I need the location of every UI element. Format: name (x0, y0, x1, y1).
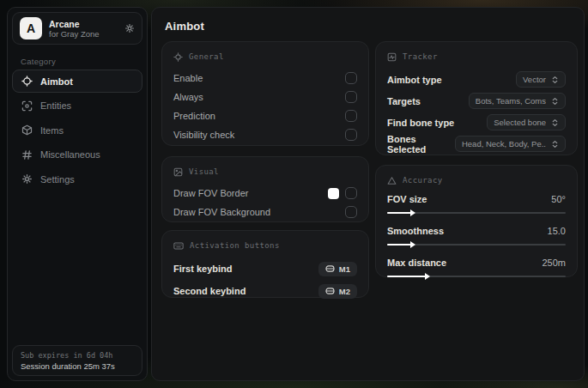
section-title: Tracker (403, 52, 438, 61)
section-title: Accuracy (403, 176, 443, 185)
smoothness-slider[interactable] (387, 241, 566, 248)
draw-fov-border-checkbox[interactable] (345, 187, 357, 199)
activation-buttons-card: Activation buttons First keybind M1 Seco… (161, 230, 369, 298)
sidebar-item-items[interactable]: Items (12, 118, 142, 142)
setting-label: Visibility check (173, 130, 234, 140)
app-header: A Arcane for Gray Zone (12, 12, 142, 45)
max-distance-slider[interactable] (387, 273, 566, 280)
sidebar-item-miscellaneous[interactable]: Miscellaneous (12, 143, 142, 167)
setting-label: Enable (173, 73, 203, 83)
accuracy-card: Accuracy FOV size 50° Smoothness 15.0 (375, 165, 578, 277)
targets-select[interactable]: Bots, Teams, Coms (469, 93, 566, 109)
general-card: General Enable Always Prediction Visibil… (161, 41, 369, 146)
sidebar-item-label: Aimbot (40, 76, 73, 87)
setting-row-always: Always (173, 88, 357, 106)
aimbot-type-select[interactable]: Vector (516, 71, 566, 88)
setting-label: Always (173, 92, 203, 102)
always-checkbox[interactable] (345, 91, 357, 103)
slider-thumb[interactable] (410, 241, 415, 248)
tracker-card: Tracker Aimbot type Vector Targets Bots,… (375, 41, 578, 155)
sidebar-item-label: Miscellaneous (40, 149, 100, 160)
slider-thumb[interactable] (410, 209, 415, 216)
setting-row-find-bone-type: Find bone type Selected bone (387, 112, 566, 133)
setting-label: Targets (387, 96, 421, 106)
app-name: Arcane (49, 19, 118, 29)
cube-icon (21, 124, 33, 136)
chevrons-up-down-icon (551, 97, 559, 106)
setting-row-enable: Enable (173, 69, 357, 88)
section-title: Visual (189, 167, 219, 176)
accuracy-header: Accuracy (387, 174, 566, 186)
visual-header: Visual (173, 166, 357, 178)
sub-expires-text: Sub expires in 6d 04h (21, 350, 134, 361)
app-titles: Arcane for Gray Zone (49, 19, 118, 39)
chevrons-up-down-icon (551, 76, 559, 84)
setting-label: Second keybind (173, 286, 246, 296)
color-swatch[interactable] (328, 188, 339, 199)
setting-label: First keybind (173, 264, 232, 274)
setting-row-targets: Targets Bots, Teams, Coms (387, 90, 566, 112)
setting-label: Smoothness (387, 226, 444, 236)
visual-card: Visual Draw FOV Border Draw FOV Backgrou… (161, 156, 369, 222)
setting-row-prediction: Prediction (173, 106, 357, 125)
general-header: General (173, 51, 357, 63)
sidebar-item-entities[interactable]: Entities (12, 94, 142, 118)
sidebar-item-label: Settings (40, 174, 75, 185)
setting-row-first-keybind: First keybind M1 (173, 258, 357, 280)
hash-icon (21, 149, 33, 161)
app-logo: A (20, 17, 42, 39)
setting-label: Bones Selected (387, 134, 455, 155)
enable-checkbox[interactable] (345, 72, 357, 84)
setting-label: Prediction (173, 111, 215, 121)
setting-row-bones-selected: Bones Selected Head, Neck, Body, Pe.. (387, 133, 566, 155)
first-keybind-button[interactable]: M1 (318, 262, 357, 276)
setting-label: Find bone type (387, 118, 454, 128)
section-title: General (189, 52, 224, 61)
setting-row-visibility-check: Visibility check (173, 125, 357, 144)
visibility-check-checkbox[interactable] (345, 129, 357, 141)
app-logo-letter: A (27, 21, 35, 35)
select-value: Selected bone (494, 118, 546, 127)
setting-value: 250m (542, 258, 566, 268)
session-duration-text: Session duration 25m 37s (21, 361, 134, 372)
sidebar-item-aimbot[interactable]: Aimbot (12, 70, 142, 93)
page-title: Aimbot (165, 20, 204, 33)
slider-thumb[interactable] (425, 273, 430, 280)
select-value: Head, Neck, Body, Pe.. (462, 139, 546, 149)
setting-label: Draw FOV Background (173, 207, 270, 217)
section-title: Activation buttons (190, 241, 280, 250)
setting-label: Aimbot type (387, 75, 442, 85)
sidebar-nav: Aimbot Entities (12, 70, 142, 192)
setting-row-draw-fov-border: Draw FOV Border (173, 184, 357, 203)
sidebar-item-settings[interactable]: Settings (12, 167, 142, 191)
setting-row-fov-size: FOV size 50° (387, 192, 566, 216)
gear-icon[interactable] (124, 23, 135, 33)
app-subtitle: for Gray Zone (49, 29, 118, 39)
sidebar-item-label: Items (40, 125, 64, 136)
find-bone-type-select[interactable]: Selected bone (487, 114, 566, 130)
keybind-value: M2 (339, 287, 350, 296)
setting-value: 50° (551, 194, 566, 204)
chevrons-up-down-icon (551, 140, 559, 149)
second-keybind-button[interactable]: M2 (318, 284, 357, 299)
scan-eye-icon (21, 100, 33, 112)
setting-row-draw-fov-background: Draw FOV Background (173, 203, 357, 221)
triangle-icon (387, 176, 397, 185)
gear-icon (21, 173, 33, 185)
mouse-icon (325, 288, 335, 294)
sidebar-item-label: Entities (40, 100, 71, 111)
draw-fov-background-checkbox[interactable] (345, 206, 357, 218)
keyboard-icon (173, 241, 184, 251)
main-panel: Aimbot General Enable Always (151, 7, 585, 381)
mouse-icon (325, 265, 335, 272)
sidebar: A Arcane for Gray Zone Category (7, 7, 148, 381)
subscription-info: Sub expires in 6d 04h Session duration 2… (12, 345, 142, 376)
tracker-icon (387, 52, 397, 62)
setting-value: 15.0 (548, 226, 566, 236)
setting-row-aimbot-type: Aimbot type Vector (387, 69, 566, 90)
crosshair-icon (173, 52, 183, 62)
bones-selected-select[interactable]: Head, Neck, Body, Pe.. (455, 136, 566, 152)
prediction-checkbox[interactable] (345, 110, 357, 122)
fov-size-slider[interactable] (387, 209, 566, 216)
category-label: Category (21, 57, 56, 66)
